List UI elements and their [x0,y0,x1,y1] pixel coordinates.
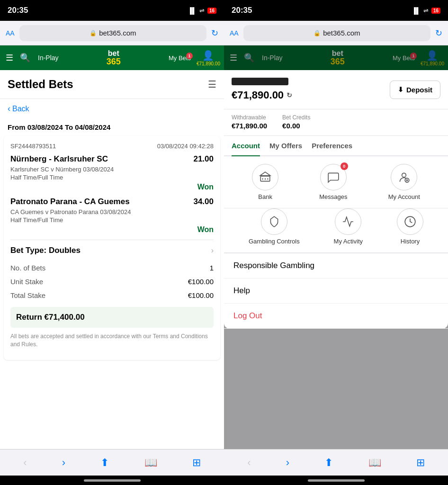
responsible-gambling-item[interactable]: Responsible Gambling [224,253,448,278]
back-link-left[interactable]: ‹ Back [0,99,224,118]
messages-badge: 0 [340,162,348,170]
wifi-icon-r: ⇌ [423,7,429,14]
logout-item[interactable]: Log Out [224,304,448,329]
browser-bar: ‹ › ⬆ 📖 ⊞ ‹ › ⬆ 📖 ⊞ [0,449,448,476]
bet-match-name-1: Nürnberg - Karlsruher SC [10,154,108,164]
battery-left: 16 [207,8,216,14]
bet-match-row-1: Nürnberg - Karlsruher SC 21.00 [10,154,214,164]
back-label-left: Back [12,105,29,113]
screen-right: ☰ 🔍 In-Play bet 365 1 My Bets 👤 €71,890.… [224,45,448,449]
my-account-icon-circle [391,164,417,190]
hamburger-icon-left[interactable]: ☰ [4,51,15,65]
help-item[interactable]: Help [224,278,448,304]
account-balance-amount: €71,890.00 ↻ [232,89,292,101]
account-tabs: Account My Offers Preferences [224,136,448,156]
balance-value: €71,890.00 [232,89,284,101]
bet-ref-1: SF24448793511 [10,143,56,150]
svg-point-5 [402,173,406,177]
bet-return-row: Return €71,400.00 [10,307,214,328]
battery-right: 16 [431,8,440,14]
forward-browser-right[interactable]: › [283,454,292,472]
gambling-controls-label: Gambling Controls [249,238,300,245]
tab-account[interactable]: Account [232,136,260,156]
gambling-controls-item[interactable]: Gambling Controls [249,208,300,245]
aa-button-right[interactable]: AA [230,29,239,37]
withdrawable-section: Withdrawable €71,890.00 [232,114,267,130]
bet-ref-row-1: SF24448793511 03/08/2024 09:42:28 [10,143,214,150]
date-range-left: From 03/08/2024 To 04/08/2024 [0,118,224,136]
my-account-item[interactable]: My Account [388,164,420,200]
share-browser-right[interactable]: ⬆ [322,454,336,472]
status-icons-right: ▐▌ ⇌ 16 [412,7,440,14]
inplay-link-left[interactable]: In-Play [35,52,62,63]
bet-card-left: SF24448793511 03/08/2024 09:42:28 Nürnbe… [4,136,220,360]
bet-odds-2: 34.00 [193,197,214,207]
bet-match-row-2: Patronato Parana - CA Guemes 34.00 [10,197,214,207]
account-name-redacted [232,78,288,85]
domain-right: bet365.com [323,29,360,37]
nav-bar-left: ☰ 🔍 In-Play bet 365 1 My Bets 👤 €71,890.… [0,45,224,70]
account-button-left[interactable]: 👤 €71,890.00 [197,50,220,66]
back-browser-left: ‹ [20,454,29,472]
messages-item[interactable]: 0 Messages [319,164,347,200]
bank-item[interactable]: Bank [252,164,278,200]
options-icon-left[interactable]: ☰ [208,79,216,90]
unit-stake-row: Unit Stake €100.00 [10,275,214,288]
home-indicator-row [0,476,448,485]
browser-bar-right: ‹ › ⬆ 📖 ⊞ [224,449,448,476]
bet-sub-2: CA Guemes v Patronato Parana 03/08/2024 [10,208,214,216]
status-bar-left: 20:35 ▐▌ ⇌ 16 [0,0,224,21]
share-browser-left[interactable]: ⬆ [98,454,112,472]
mybets-button-left[interactable]: 1 My Bets [166,53,194,63]
bet-return-text: Return €71,400.00 [16,313,85,322]
my-activity-item[interactable]: My Activity [334,208,363,245]
logo-365-left: 365 [107,57,121,66]
search-icon-left[interactable]: 🔍 [18,51,32,65]
bookmarks-browser-right[interactable]: 📖 [366,454,384,472]
address-pill-left[interactable]: 🔒 bet365.com [19,25,206,41]
history-label: History [401,238,420,245]
gambling-controls-icon-circle [261,208,287,235]
total-stake-value: €100.00 [188,291,214,299]
chevron-right-icon: › [211,246,214,255]
bet-credits-section: Bet Credits €0.00 [282,114,310,130]
home-indicator-right [308,479,365,482]
address-pill-right[interactable]: 🔒 bet365.com [243,25,430,41]
history-item[interactable]: History [397,208,423,245]
account-top: €71,890.00 ↻ ⬇ Deposit [224,70,448,109]
refresh-button-right[interactable]: ↻ [435,28,442,38]
withdrawable-label: Withdrawable [232,114,267,121]
deposit-button[interactable]: ⬇ Deposit [390,81,440,99]
tab-preferences[interactable]: Preferences [312,136,352,156]
balance-refresh-icon[interactable]: ↻ [287,91,292,99]
account-balance-section: €71,890.00 ↻ [232,78,292,101]
screens: ☰ 🔍 In-Play bet 365 1 My Bets 👤 €71,890.… [0,45,448,449]
forward-browser-left[interactable]: › [59,454,68,472]
tabs-browser-left[interactable]: ⊞ [189,454,204,472]
bet-type-1: Half Time/Full Time [10,174,214,181]
time-left: 20:35 [8,6,28,15]
address-bar-left[interactable]: AA 🔒 bet365.com ↻ [0,21,224,45]
refresh-button-left[interactable]: ↻ [211,28,218,38]
page-content-left: Settled Bets ☰ ‹ Back From 03/08/2024 To… [0,70,224,449]
time-right: 20:35 [232,6,252,15]
account-amount-left: €71,890.00 [197,61,220,66]
deposit-icon: ⬇ [398,86,403,93]
bet-time-1: 03/08/2024 09:42:28 [157,143,214,150]
lock-icon-left: 🔒 [90,30,97,36]
bet-type-row[interactable]: Bet Type: Doubles › [10,240,214,261]
bet-result-row-2: Won [10,225,214,234]
signal-icon: ▐▌ [188,7,196,14]
total-stake-row: Total Stake €100.00 [10,288,214,302]
address-bar-right[interactable]: AA 🔒 bet365.com ↻ [224,21,448,45]
account-icon-left: 👤 [202,50,214,61]
bank-icon-circle [252,164,278,190]
aa-button-left[interactable]: AA [6,29,15,37]
bet-match-name-2: Patronato Parana - CA Guemes [10,197,130,207]
back-browser-right: ‹ [244,454,253,472]
balance-details: Withdrawable €71,890.00 Bet Credits €0.0… [224,109,448,136]
tab-my-offers[interactable]: My Offers [269,136,302,156]
browser-bar-left: ‹ › ⬆ 📖 ⊞ [0,449,224,476]
tabs-browser-right[interactable]: ⊞ [413,454,428,472]
bookmarks-browser-left[interactable]: 📖 [142,454,160,472]
